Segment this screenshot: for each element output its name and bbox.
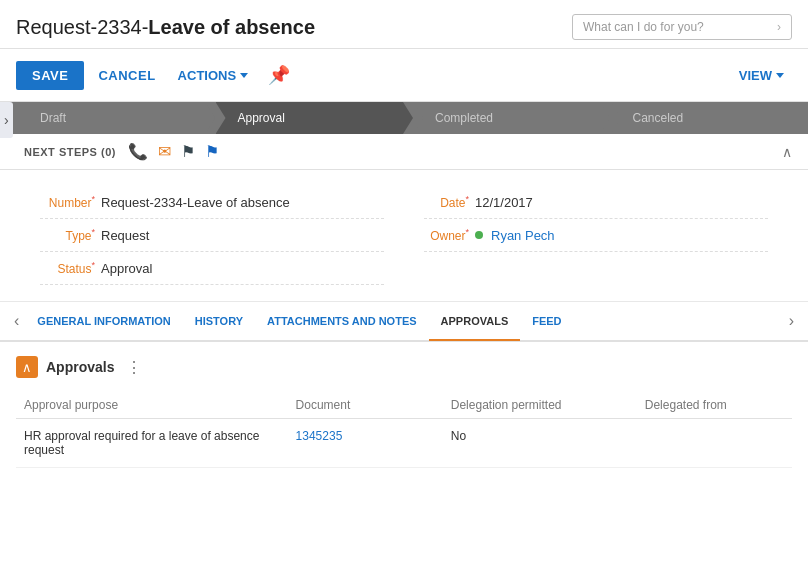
table-row: HR approval required for a leave of abse… <box>16 419 792 468</box>
form-col-left: Number* Request-2334-Leave of absence Ty… <box>40 186 384 285</box>
tabs-bar: ‹ GENERAL INFORMATION HISTORY ATTACHMENT… <box>0 302 808 342</box>
approvals-title: Approvals <box>46 359 114 375</box>
type-value: Request <box>101 228 149 243</box>
form-row-date: Date* 12/1/2017 <box>424 186 768 219</box>
status-label: Status* <box>40 260 95 276</box>
col-header-document: Document <box>288 392 443 419</box>
approvals-section: ∧ Approvals ⋮ Approval purpose Document … <box>0 342 808 482</box>
next-steps-icons: 📞 ✉ ⚑ ⚑ <box>128 142 219 161</box>
col-header-purpose: Approval purpose <box>16 392 288 419</box>
cell-purpose: HR approval required for a leave of abse… <box>16 419 288 468</box>
flag-blue-icon[interactable]: ⚑ <box>205 142 219 161</box>
form-section: Number* Request-2334-Leave of absence Ty… <box>0 170 808 302</box>
search-placeholder: What can I do for you? <box>583 20 769 34</box>
col-header-delegated-from: Delegated from <box>637 392 792 419</box>
view-label: VIEW <box>739 68 772 83</box>
actions-button[interactable]: ACTIONS <box>170 61 257 90</box>
tab-prev-button[interactable]: ‹ <box>8 302 25 340</box>
toolbar-right: VIEW <box>731 61 792 90</box>
email-icon[interactable]: ✉ <box>158 142 171 161</box>
header: Request-2334-Leave of absence What can I… <box>0 0 808 49</box>
progress-step-completed: Completed <box>413 102 611 134</box>
approvals-table: Approval purpose Document Delegation per… <box>16 392 792 468</box>
col-header-delegation: Delegation permitted <box>443 392 637 419</box>
status-value: Approval <box>101 261 152 276</box>
form-row-owner: Owner* Ryan Pech <box>424 219 768 252</box>
form-row-type: Type* Request <box>40 219 384 252</box>
phone-icon[interactable]: 📞 <box>128 142 148 161</box>
tab-general-information[interactable]: GENERAL INFORMATION <box>25 303 182 341</box>
view-chevron-icon <box>776 73 784 78</box>
cell-delegated-from <box>637 419 792 468</box>
progress-step-canceled: Canceled <box>611 102 809 134</box>
approvals-menu-icon[interactable]: ⋮ <box>126 358 144 377</box>
number-value: Request-2334-Leave of absence <box>101 195 290 210</box>
page-title-prefix: Request-2334- <box>16 16 148 38</box>
actions-chevron-icon <box>240 73 248 78</box>
cancel-button[interactable]: CANCEL <box>88 61 165 90</box>
progress-step-draft: Draft <box>18 102 216 134</box>
view-button[interactable]: VIEW <box>731 61 792 90</box>
approvals-header: ∧ Approvals ⋮ <box>16 356 792 378</box>
number-label: Number* <box>40 194 95 210</box>
tab-next-button[interactable]: › <box>783 302 800 340</box>
owner-label: Owner* <box>424 227 469 243</box>
search-chevron-icon: › <box>777 20 781 34</box>
approvals-table-header: Approval purpose Document Delegation per… <box>16 392 792 419</box>
progress-step-approval: Approval <box>216 102 414 134</box>
collapse-button[interactable]: ∧ <box>782 144 792 160</box>
form-row-number: Number* Request-2334-Leave of absence <box>40 186 384 219</box>
tab-attachments-and-notes[interactable]: ATTACHMENTS AND NOTES <box>255 303 429 341</box>
date-label: Date* <box>424 194 469 210</box>
search-box[interactable]: What can I do for you? › <box>572 14 792 40</box>
type-label: Type* <box>40 227 95 243</box>
form-grid: Number* Request-2334-Leave of absence Ty… <box>40 186 768 285</box>
approvals-collapse-icon[interactable]: ∧ <box>16 356 38 378</box>
form-row-status: Status* Approval <box>40 252 384 285</box>
cell-document[interactable]: 1345235 <box>288 419 443 468</box>
page-title-suffix: Leave of absence <box>148 16 315 38</box>
tab-history[interactable]: HISTORY <box>183 303 255 341</box>
page-title: Request-2334-Leave of absence <box>16 16 315 39</box>
owner-indicator <box>475 231 483 239</box>
save-button[interactable]: SAVE <box>16 61 84 90</box>
next-steps-bar: NEXT STEPS (0) 📞 ✉ ⚑ ⚑ ∧ <box>0 134 808 170</box>
pin-button[interactable]: 📌 <box>260 57 298 93</box>
sidebar-toggle-button[interactable]: › <box>0 102 13 138</box>
form-col-right: Date* 12/1/2017 Owner* Ryan Pech <box>424 186 768 285</box>
date-value: 12/1/2017 <box>475 195 533 210</box>
cell-delegation-permitted: No <box>443 419 637 468</box>
next-steps-label: NEXT STEPS (0) <box>24 146 116 158</box>
owner-value: Ryan Pech <box>491 228 555 243</box>
actions-label: ACTIONS <box>178 68 237 83</box>
toolbar: SAVE CANCEL ACTIONS 📌 VIEW <box>0 49 808 102</box>
tab-feed[interactable]: FEED <box>520 303 573 341</box>
pin-icon: 📌 <box>268 65 290 85</box>
flag-dark-icon[interactable]: ⚑ <box>181 142 195 161</box>
tab-approvals[interactable]: APPROVALS <box>429 303 521 341</box>
progress-bar: Draft Approval Completed Canceled <box>0 102 808 134</box>
